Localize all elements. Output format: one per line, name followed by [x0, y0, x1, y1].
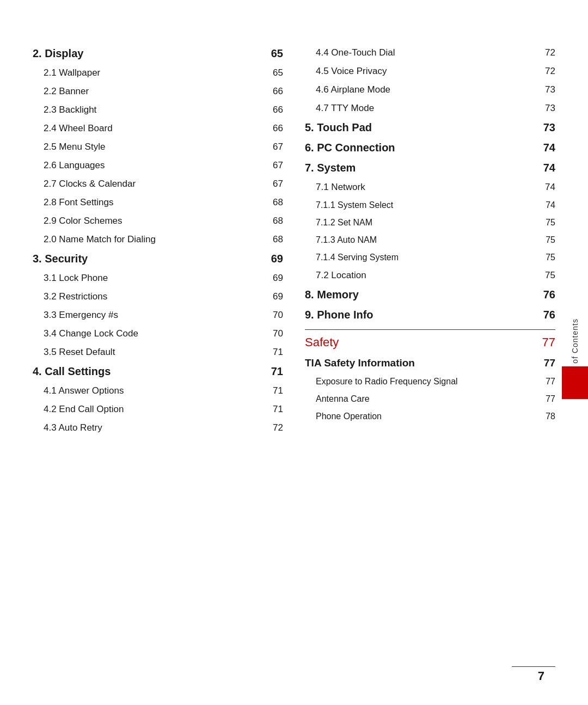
entry-title-network: 7.1 Network — [316, 182, 528, 193]
entry-title-restrictions: 3.2 Restrictions — [44, 291, 256, 302]
entry-page-autoretry: 72 — [261, 422, 283, 433]
toc-entry-voiceprivacy: 4.5 Voice Privacy 72 — [305, 62, 555, 81]
entry-title-display: 2. Display — [33, 47, 256, 60]
page-container: 2. Display 65 2.1 Wallpaper 65 2.2 Banne… — [0, 0, 588, 705]
entry-title-tiasafety: TIA Safety Information — [305, 357, 528, 369]
entry-title-phoneinfo: 9. Phone Info — [305, 309, 528, 321]
entry-title-touchpad: 5. Touch Pad — [305, 121, 528, 134]
entry-page-banner: 66 — [261, 86, 283, 97]
entry-title-languages: 2.6 Languages — [44, 160, 256, 171]
toc-entry-memory: 8. Memory 76 — [305, 285, 555, 305]
toc-entry-tiasafety: TIA Safety Information 77 — [305, 353, 555, 373]
toc-entry-restrictions: 3.2 Restrictions 69 — [33, 287, 283, 306]
entry-page-location: 75 — [534, 270, 555, 281]
entry-title-airplanemode: 4.6 Airplane Mode — [316, 84, 528, 95]
toc-entry-wallpaper: 2.1 Wallpaper 65 — [33, 64, 283, 82]
entry-title-systemselect: 7.1.1 System Select — [316, 200, 528, 210]
entry-title-security: 3. Security — [33, 253, 256, 265]
toc-entry-onetouchdial: 4.4 One-Touch Dial 72 — [305, 44, 555, 62]
entry-page-memory: 76 — [534, 289, 555, 301]
entry-title-clocks: 2.7 Clocks & Calendar — [44, 179, 256, 189]
entry-title-wheelboard: 2.4 Wheel Board — [44, 123, 256, 134]
toc-entry-display: 2. Display 65 — [33, 44, 283, 64]
entry-page-autonam: 75 — [534, 235, 555, 245]
entry-title-menustyle: 2.5 Menu Style — [44, 142, 256, 152]
entry-title-phoneoperation: Phone Operation — [316, 412, 528, 421]
entry-page-emergency: 70 — [261, 310, 283, 321]
toc-entry-endcall: 4.2 End Call Option 71 — [33, 400, 283, 419]
entry-title-memory: 8. Memory — [305, 289, 528, 301]
toc-entry-answeroptions: 4.1 Answer Options 71 — [33, 382, 283, 400]
entry-page-onetouchdial: 72 — [534, 47, 555, 58]
entry-page-phoneoperation: 78 — [534, 412, 555, 421]
entry-title-pcconnection: 6. PC Connection — [305, 142, 528, 154]
entry-title-servingsystem: 7.1.4 Serving System — [316, 253, 528, 262]
toc-entry-backlight: 2.3 Backlight 66 — [33, 101, 283, 119]
entry-title-onetouchdial: 4.4 One-Touch Dial — [316, 47, 528, 58]
page-number: 7 — [538, 669, 544, 683]
entry-page-exposure: 77 — [534, 377, 555, 387]
entry-page-setnam: 75 — [534, 218, 555, 228]
entry-title-safety: Safety — [305, 335, 528, 350]
toc-entry-servingsystem: 7.1.4 Serving System 75 — [305, 249, 555, 266]
entry-page-safety: 77 — [534, 335, 555, 350]
entry-title-ttymode: 4.7 TTY Mode — [316, 103, 528, 114]
entry-line2-exposure: Signal — [433, 377, 457, 386]
entry-page-answeroptions: 71 — [261, 385, 283, 396]
entry-page-touchpad: 73 — [534, 121, 555, 134]
toc-entry-namematch: 2.0 Name Match for Dialing 68 — [33, 230, 283, 249]
entry-title-setnam: 7.1.2 Set NAM — [316, 218, 528, 228]
toc-entry-pcconnection: 6. PC Connection 74 — [305, 138, 555, 158]
entry-page-systemselect: 74 — [534, 200, 555, 210]
entry-page-languages: 67 — [261, 160, 283, 171]
entry-title-backlight: 2.3 Backlight — [44, 105, 256, 115]
entry-page-network: 74 — [534, 182, 555, 193]
entry-title-endcall: 4.2 End Call Option — [44, 404, 256, 415]
toc-entry-resetdefault: 3.5 Reset Default 71 — [33, 343, 283, 361]
entry-page-wheelboard: 66 — [261, 123, 283, 134]
toc-entry-banner: 2.2 Banner 66 — [33, 82, 283, 101]
entry-page-callsettings: 71 — [261, 365, 283, 378]
entry-page-tiasafety: 77 — [534, 357, 555, 369]
sidebar-red-block — [562, 366, 588, 399]
toc-entry-lockphone: 3.1 Lock Phone 69 — [33, 269, 283, 287]
toc-content: 2. Display 65 2.1 Wallpaper 65 2.2 Banne… — [33, 44, 555, 437]
entry-title-namematch: 2.0 Name Match for Dialing — [44, 234, 256, 245]
entry-title-autonam: 7.1.3 Auto NAM — [316, 235, 528, 245]
entry-page-servingsystem: 75 — [534, 253, 555, 262]
toc-entry-security: 3. Security 69 — [33, 249, 283, 269]
toc-entry-phoneoperation: Phone Operation 78 — [305, 408, 555, 425]
entry-page-antennaCare: 77 — [534, 394, 555, 404]
entry-title-banner: 2.2 Banner — [44, 86, 256, 97]
entry-page-backlight: 66 — [261, 105, 283, 115]
entry-page-changelockcode: 70 — [261, 328, 283, 339]
toc-entry-phoneinfo: 9. Phone Info 76 — [305, 305, 555, 325]
toc-entry-ttymode: 4.7 TTY Mode 73 — [305, 99, 555, 118]
entry-title-exposure: Exposure to Radio Frequency Signal — [316, 377, 528, 387]
toc-entry-font: 2.8 Font Settings 68 — [33, 193, 283, 212]
toc-entry-autoretry: 4.3 Auto Retry 72 — [33, 419, 283, 437]
toc-entry-exposure: Exposure to Radio Frequency Signal 77 — [305, 373, 555, 390]
entry-page-wallpaper: 65 — [261, 68, 283, 78]
entry-page-system: 74 — [534, 162, 555, 174]
toc-entry-setnam: 7.1.2 Set NAM 75 — [305, 214, 555, 231]
entry-title-color: 2.9 Color Schemes — [44, 216, 256, 226]
entry-page-resetdefault: 71 — [261, 347, 283, 358]
entry-page-endcall: 71 — [261, 404, 283, 415]
bottom-rule — [512, 666, 555, 667]
toc-entry-color: 2.9 Color Schemes 68 — [33, 212, 283, 230]
toc-entry-changelockcode: 3.4 Change Lock Code 70 — [33, 324, 283, 343]
entry-title-answeroptions: 4.1 Answer Options — [44, 385, 256, 396]
entry-title-emergency: 3.3 Emergency #s — [44, 310, 256, 321]
toc-entry-autonam: 7.1.3 Auto NAM 75 — [305, 231, 555, 249]
entry-page-voiceprivacy: 72 — [534, 66, 555, 77]
entry-page-lockphone: 69 — [261, 273, 283, 284]
toc-entry-emergency: 3.3 Emergency #s 70 — [33, 306, 283, 324]
entry-page-pcconnection: 74 — [534, 142, 555, 154]
toc-entry-menustyle: 2.5 Menu Style 67 — [33, 138, 283, 156]
toc-entry-system: 7. System 74 — [305, 158, 555, 178]
entry-title-system: 7. System — [305, 162, 528, 174]
col-right: 4.4 One-Touch Dial 72 4.5 Voice Privacy … — [305, 44, 555, 437]
entry-page-security: 69 — [261, 253, 283, 265]
toc-entry-location: 7.2 Location 75 — [305, 266, 555, 285]
